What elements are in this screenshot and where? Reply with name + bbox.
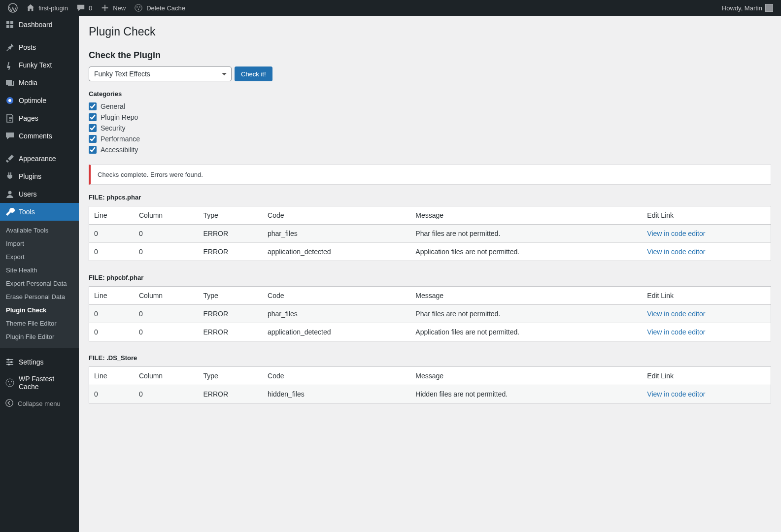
howdy-text: Howdy, Martin [722, 4, 762, 12]
wrench-icon [5, 207, 15, 217]
menu-item-plugins[interactable]: Plugins [0, 167, 79, 185]
category-general[interactable]: General [89, 102, 771, 110]
svg-point-1 [135, 4, 142, 11]
collapse-menu-button[interactable]: Collapse menu [0, 395, 79, 413]
menu-item-tools[interactable]: Tools [0, 203, 79, 221]
menu-item-label: Users [19, 190, 37, 198]
report-table: LineColumnTypeCodeMessageEdit Link00ERRO… [89, 206, 771, 261]
view-code-link[interactable]: View in code editor [647, 310, 705, 318]
svg-point-8 [7, 359, 9, 361]
file-label: FILE: .DS_Store [89, 354, 771, 362]
menu-item-label: Pages [19, 114, 38, 122]
cell-column: 0 [134, 385, 199, 403]
menu-item-label: Dashboard [19, 21, 53, 29]
comment-icon [5, 131, 15, 141]
cell-code: hidden_files [263, 385, 410, 403]
cell-code: application_detected [263, 243, 410, 261]
new-label: New [113, 4, 126, 12]
cell-column: 0 [134, 305, 199, 323]
category-accessibility[interactable]: Accessibility [89, 146, 771, 154]
category-checkbox[interactable] [89, 113, 97, 121]
admin-menu: DashboardPostsFunky TextMediaOptimolePag… [0, 16, 79, 532]
brush-icon [5, 154, 15, 164]
cell-message: Phar files are not permitted. [410, 225, 642, 243]
submenu-item-site-health[interactable]: Site Health [0, 264, 79, 277]
avatar [765, 4, 773, 12]
page-icon [5, 113, 15, 123]
category-security[interactable]: Security [89, 124, 771, 132]
menu-item-optimole[interactable]: Optimole [0, 92, 79, 109]
notice-text: Checks complete. Errors were found. [98, 171, 203, 178]
submenu-item-plugin-file-editor[interactable]: Plugin File Editor [0, 330, 79, 343]
category-checkbox[interactable] [89, 135, 97, 143]
th-line: Line [89, 287, 134, 305]
submenu-item-erase-personal-data[interactable]: Erase Personal Data [0, 290, 79, 303]
th-line: Line [89, 206, 134, 225]
menu-item-comments[interactable]: Comments [0, 127, 79, 145]
category-checkbox[interactable] [89, 124, 97, 132]
user-icon [5, 189, 15, 199]
view-code-link[interactable]: View in code editor [647, 328, 705, 336]
svg-point-7 [8, 191, 12, 195]
menu-item-label: Comments [19, 132, 52, 140]
category-checkbox[interactable] [89, 102, 97, 110]
plugin-select[interactable]: Funky Text Effects [89, 66, 232, 81]
cell-type: ERROR [198, 225, 263, 243]
new-link[interactable]: New [96, 0, 130, 16]
th-type: Type [198, 367, 263, 385]
cell-line: 0 [89, 323, 134, 341]
cell-message: Application files are not permitted. [410, 323, 642, 341]
menu-item-media[interactable]: Media [0, 74, 79, 92]
menu-item-users[interactable]: Users [0, 185, 79, 203]
submenu-item-import[interactable]: Import [0, 237, 79, 250]
menu-item-funky-text[interactable]: Funky Text [0, 56, 79, 74]
media-icon [5, 78, 15, 88]
comment-icon [76, 3, 86, 13]
cell-message: Phar files are not permitted. [410, 305, 642, 323]
cell-type: ERROR [198, 243, 263, 261]
th-line: Line [89, 367, 134, 385]
collapse-icon [5, 399, 14, 409]
svg-point-9 [10, 361, 12, 363]
menu-item-settings[interactable]: Settings [0, 353, 79, 371]
main-content: Plugin Check Check the Plugin Funky Text… [79, 16, 781, 532]
menu-item-label: Media [19, 79, 37, 87]
view-code-link[interactable]: View in code editor [647, 248, 705, 256]
tools-submenu: Available ToolsImportExportSite HealthEx… [0, 221, 79, 348]
site-name-link[interactable]: first-plugin [22, 0, 72, 16]
file-label: FILE: phpcbf.phar [89, 274, 771, 281]
page-title: Plugin Check [89, 21, 771, 40]
category-label: Accessibility [101, 146, 138, 154]
th-edit: Edit Link [642, 367, 771, 385]
category-performance[interactable]: Performance [89, 135, 771, 143]
menu-item-posts[interactable]: Posts [0, 38, 79, 56]
menu-item-dashboard[interactable]: Dashboard [0, 16, 79, 33]
account-link[interactable]: Howdy, Martin [718, 0, 777, 16]
check-it-button[interactable]: Check it! [235, 66, 272, 81]
comments-link[interactable]: 0 [72, 0, 96, 16]
category-label: Performance [101, 135, 140, 143]
submenu-item-plugin-check[interactable]: Plugin Check [0, 303, 79, 317]
view-code-link[interactable]: View in code editor [647, 390, 705, 398]
svg-point-6 [8, 99, 11, 102]
menu-item-label: Posts [19, 43, 36, 51]
wp-logo[interactable] [4, 0, 22, 16]
th-code: Code [263, 287, 410, 305]
menu-item-label: Funky Text [19, 61, 52, 69]
view-code-link[interactable]: View in code editor [647, 230, 705, 237]
th-column: Column [134, 206, 199, 225]
category-plugin-repo[interactable]: Plugin Repo [89, 113, 771, 121]
th-column: Column [134, 367, 199, 385]
cell-column: 0 [134, 225, 199, 243]
menu-item-label: Optimole [19, 97, 46, 104]
submenu-item-theme-file-editor[interactable]: Theme File Editor [0, 317, 79, 330]
category-checkbox[interactable] [89, 146, 97, 154]
submenu-item-available-tools[interactable]: Available Tools [0, 224, 79, 237]
delete-cache-link[interactable]: Delete Cache [130, 0, 189, 16]
submenu-item-export-personal-data[interactable]: Export Personal Data [0, 277, 79, 290]
menu-item-wp-fastest-cache[interactable]: WP Fastest Cache [0, 371, 79, 395]
menu-item-pages[interactable]: Pages [0, 109, 79, 127]
file-label: FILE: phpcs.phar [89, 194, 771, 201]
submenu-item-export[interactable]: Export [0, 250, 79, 264]
menu-item-appearance[interactable]: Appearance [0, 150, 79, 167]
